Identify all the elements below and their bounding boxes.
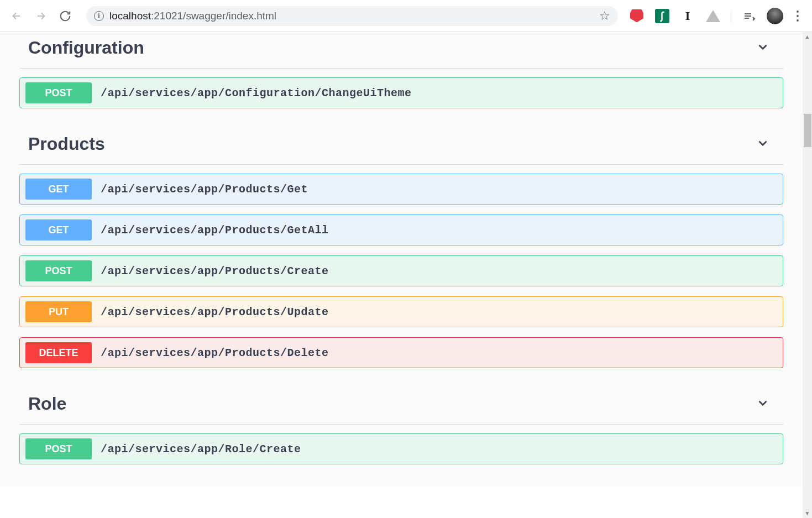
url-text: localhost:21021/swagger/index.html xyxy=(109,10,276,22)
endpoint-path: /api/services/app/Role/Create xyxy=(101,443,301,456)
scroll-thumb[interactable] xyxy=(804,114,811,147)
method-badge-post: POST xyxy=(25,82,92,103)
address-bar[interactable]: i localhost:21021/swagger/index.html ☆ xyxy=(86,6,618,26)
endpoint-path: /api/services/app/Products/GetAll xyxy=(101,224,329,237)
endpoint-row[interactable]: GET /api/services/app/Products/Get xyxy=(19,174,783,205)
section-header-configuration[interactable]: Configuration xyxy=(19,32,783,69)
endpoint-row[interactable]: POST /api/services/app/Products/Create xyxy=(19,255,783,286)
section-title: Products xyxy=(28,134,105,154)
chevron-down-icon xyxy=(756,136,770,153)
section-role: Role POST /api/services/app/Role/Create xyxy=(19,386,783,464)
section-header-role[interactable]: Role xyxy=(19,386,783,425)
section-title: Role xyxy=(28,394,66,414)
media-control-icon[interactable] xyxy=(741,8,757,24)
endpoint-row[interactable]: DELETE /api/services/app/Products/Delete xyxy=(19,337,783,368)
endpoint-path: /api/services/app/Products/Update xyxy=(101,306,329,318)
scroll-down-arrow-icon[interactable]: ▼ xyxy=(803,509,812,518)
section-header-products[interactable]: Products xyxy=(19,126,783,165)
profile-avatar[interactable] xyxy=(767,8,783,24)
toolbar-divider xyxy=(731,9,731,23)
extension-toolbar: ʃ I xyxy=(629,7,805,25)
method-badge-get: GET xyxy=(25,219,92,240)
method-badge-get: GET xyxy=(25,179,92,200)
chevron-down-icon xyxy=(756,396,770,412)
ublock-extension-icon[interactable] xyxy=(629,8,645,24)
endpoint-row[interactable]: PUT /api/services/app/Products/Update xyxy=(19,296,783,327)
endpoint-path: /api/services/app/Configuration/ChangeUi… xyxy=(101,87,412,100)
section-title: Configuration xyxy=(28,38,144,58)
endpoint-path: /api/services/app/Products/Create xyxy=(101,265,329,278)
browser-menu-button[interactable] xyxy=(793,7,802,25)
bookmark-star-icon[interactable]: ☆ xyxy=(599,9,610,23)
drive-extension-icon[interactable] xyxy=(705,8,721,24)
endpoint-path: /api/services/app/Products/Get xyxy=(101,183,308,196)
endpoint-path: /api/services/app/Products/Delete xyxy=(101,347,329,359)
endpoint-row[interactable]: POST /api/services/app/Configuration/Cha… xyxy=(19,77,783,108)
method-badge-post: POST xyxy=(25,260,92,281)
reload-button[interactable] xyxy=(55,6,75,26)
back-button[interactable] xyxy=(7,6,27,26)
chevron-down-icon xyxy=(756,40,770,56)
forward-button[interactable] xyxy=(31,6,51,26)
vertical-scrollbar[interactable]: ▲ ▼ xyxy=(803,32,812,518)
method-badge-put: PUT xyxy=(25,301,92,322)
instapaper-extension-icon[interactable]: I xyxy=(680,8,695,24)
scroll-up-arrow-icon[interactable]: ▲ xyxy=(803,32,812,41)
endpoint-row[interactable]: POST /api/services/app/Role/Create xyxy=(19,433,783,464)
method-badge-post: POST xyxy=(25,438,92,459)
swagger-content: Configuration POST /api/services/app/Con… xyxy=(0,32,803,486)
site-info-icon[interactable]: i xyxy=(94,11,104,21)
green-extension-icon[interactable]: ʃ xyxy=(654,8,670,24)
endpoint-row[interactable]: GET /api/services/app/Products/GetAll xyxy=(19,214,783,245)
browser-toolbar: i localhost:21021/swagger/index.html ☆ ʃ… xyxy=(0,0,812,32)
method-badge-delete: DELETE xyxy=(25,342,92,363)
section-products: Products GET /api/services/app/Products/… xyxy=(19,126,783,368)
section-configuration: Configuration POST /api/services/app/Con… xyxy=(19,32,783,108)
